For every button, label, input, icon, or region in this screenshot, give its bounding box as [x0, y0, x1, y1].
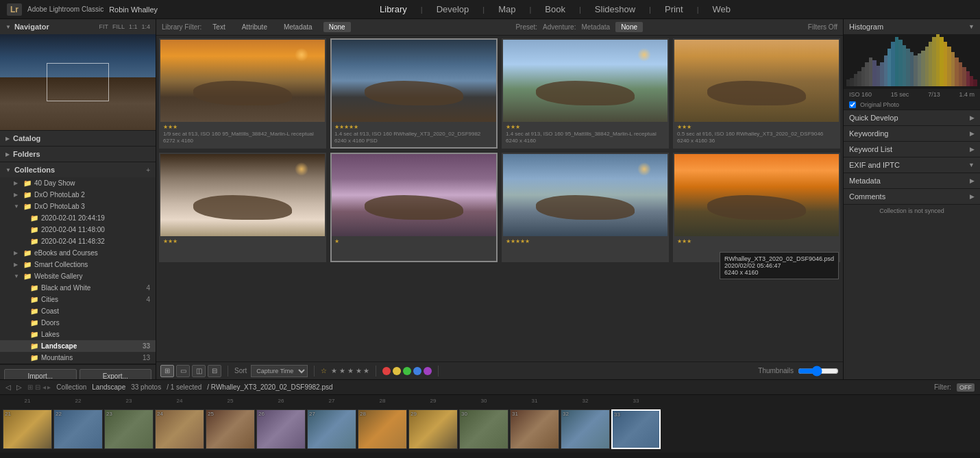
metadata-header[interactable]: Metadata ▶	[844, 173, 980, 188]
collections-header[interactable]: ▼ Collections +	[0, 162, 156, 177]
collection-item-coast[interactable]: 📁Coast	[0, 305, 156, 317]
nav-item-web[interactable]: Web	[710, 3, 734, 16]
collections-add[interactable]: +	[146, 166, 150, 174]
nav-item-slideshow[interactable]: Slideshow	[592, 3, 638, 16]
thumbnails-slider[interactable]	[798, 366, 839, 377]
color-yellow[interactable]	[393, 367, 401, 375]
collection-item-mountains[interactable]: 📁Mountains13	[0, 352, 156, 364]
collection-item-lakes[interactable]: 📁Lakes	[0, 329, 156, 340]
collection-item-landscape[interactable]: 📁Landscape33	[0, 340, 156, 352]
filmstrip-thumb-25[interactable]: 25	[206, 409, 255, 449]
photo-count: 33 photos	[131, 383, 161, 391]
ruler-num: 33	[611, 398, 661, 404]
photo-stars-2: ★★★★★	[334, 124, 493, 130]
filmstrip-thumb-33[interactable]: 33	[611, 409, 661, 449]
photo-stars-6: ★	[334, 238, 493, 244]
collection-item-website-gallery[interactable]: ▼📁Website Gallery	[0, 270, 156, 282]
filter-none[interactable]: None	[323, 22, 351, 32]
color-red[interactable]	[382, 367, 391, 375]
photo-cell-5[interactable]: ★★★	[159, 153, 326, 262]
collection-item-smart-collections[interactable]: ▶📁Smart Collections	[0, 259, 156, 270]
quick-develop-header[interactable]: Quick Develop ▶	[844, 110, 980, 125]
photo-cell-8[interactable]: ★★★	[673, 153, 840, 262]
filmstrip-thumb-29[interactable]: 29	[408, 409, 458, 449]
nav-item-print[interactable]: Print	[662, 3, 686, 16]
star-filter[interactable]: ☆	[321, 367, 327, 374]
photo-stars-7: ★★★★★	[506, 238, 665, 244]
sort-select[interactable]: Capture Time	[251, 365, 308, 377]
quick-develop-title: Quick Develop	[849, 114, 898, 122]
collection-item-doors[interactable]: 📁Doors	[0, 317, 156, 329]
collections-section: ▼ Collections + ▶📁40 Day Show▶📁DxO Photo…	[0, 162, 156, 364]
photo-cell-2[interactable]: ★★★★★1.4 sec at f/13, ISO 160 RWhalley_X…	[330, 38, 498, 149]
filmstrip-thumb-30[interactable]: 30	[459, 409, 509, 449]
collection-item-dxo-photolab-2[interactable]: ▶📁DxO PhotoLab 2	[0, 189, 156, 201]
photo-thumbnail-2	[332, 40, 496, 122]
collection-item-40-day-show[interactable]: ▶📁40 Day Show	[0, 177, 156, 189]
collection-item-black-and-white[interactable]: 📁Black and White4	[0, 282, 156, 294]
photo-cell-3[interactable]: ★★★1.4 sec at f/13, ISO 160 95_MattIlls_…	[502, 38, 669, 149]
collection-item-cities[interactable]: 📁Cities4	[0, 294, 156, 305]
histogram-header[interactable]: Histogram ▼	[844, 19, 980, 34]
photo-cell-1[interactable]: ★★★1/9 sec at f/13, ISO 160 95_MattIlls_…	[159, 38, 326, 149]
nav-item-develop[interactable]: Develop	[434, 3, 472, 16]
zoom-fill[interactable]: FILL	[112, 23, 125, 30]
zoom-1-1[interactable]: 1:1	[129, 23, 138, 30]
collection-item-dxo-photolab-3[interactable]: ▼📁DxO PhotoLab 3	[0, 201, 156, 212]
filmstrip-thumb-32[interactable]: 32	[561, 409, 610, 449]
filmstrip-thumb-28[interactable]: 28	[358, 409, 407, 449]
filmstrip-thumb-31[interactable]: 31	[510, 409, 559, 449]
filmstrip-thumb-27[interactable]: 27	[307, 409, 356, 449]
nav-item-book[interactable]: Book	[542, 3, 568, 16]
color-green[interactable]	[403, 367, 411, 375]
comments-arrow: ▶	[970, 193, 975, 200]
filter-metadata[interactable]: Metadata	[278, 22, 318, 32]
photo-info-4: ★★★0.5 sec at f/16, ISO 160 RWhalley_XT3…	[674, 122, 839, 147]
catalog-section: ▶ Catalog	[0, 131, 156, 147]
keywording-title: Keywording	[849, 129, 888, 138]
import-button[interactable]: Import...	[4, 369, 77, 379]
loupe-view-btn[interactable]: ▭	[176, 365, 190, 377]
filmstrip-thumb-22[interactable]: 22	[53, 409, 103, 449]
nav-item-map[interactable]: Map	[495, 3, 518, 16]
panel-toggle-right[interactable]: ▷	[16, 383, 22, 391]
nav-item-library[interactable]: Library	[377, 3, 410, 16]
collection-item-2020-02-04-11:48:32[interactable]: 📁2020-02-04 11:48:32	[0, 236, 156, 247]
comments-header[interactable]: Comments ▶	[844, 189, 980, 204]
filter-attribute[interactable]: Attribute	[236, 22, 273, 32]
folder-icon: 📁	[30, 354, 38, 361]
filter-text[interactable]: Text	[207, 22, 230, 32]
folders-header[interactable]: ▶ Folders	[0, 147, 156, 162]
grid-toolbar: ⊞ ▭ ◫ ⊟ Sort Capture Time ☆ ★ ★ ★ ★ ★	[156, 361, 843, 379]
export-button[interactable]: Export...	[79, 369, 152, 379]
collection-item-2020-02-01-20:44:19[interactable]: 📁2020-02-01 20:44:19	[0, 212, 156, 224]
panel-toggle-left[interactable]: ◁	[5, 383, 11, 391]
filmstrip-thumb-24[interactable]: 24	[155, 409, 204, 449]
histogram-title: Histogram	[849, 23, 883, 31]
filmstrip-thumb-23[interactable]: 23	[104, 409, 154, 449]
collection-item-2020-02-04-11:48:00[interactable]: 📁2020-02-04 11:48:00	[0, 224, 156, 236]
original-photo-check[interactable]	[849, 101, 856, 108]
photo-cell-4[interactable]: ★★★0.5 sec at f/16, ISO 160 RWhalley_XT3…	[673, 38, 840, 149]
filmstrip-thumb-26[interactable]: 26	[256, 409, 306, 449]
filter-status-value[interactable]: OFF	[957, 383, 975, 392]
grid-view-btn[interactable]: ⊞	[160, 365, 174, 377]
color-blue[interactable]	[413, 367, 421, 375]
filter-right-none[interactable]: None	[615, 22, 643, 32]
filmstrip-thumb-21[interactable]: 21	[3, 409, 52, 449]
catalog-header[interactable]: ▶ Catalog	[0, 131, 156, 146]
photo-cell-6[interactable]: ★	[330, 153, 498, 262]
exif-section: EXIF and IPTC ▼	[844, 157, 980, 173]
survey-view-btn[interactable]: ⊟	[208, 365, 221, 377]
navigator-header[interactable]: ▼ Navigator FIT FILL 1:1 1:4	[0, 19, 156, 34]
compare-view-btn[interactable]: ◫	[192, 365, 206, 377]
tree-arrow: ▶	[14, 180, 21, 186]
zoom-fit[interactable]: FIT	[99, 23, 108, 30]
color-purple[interactable]	[424, 367, 432, 375]
exif-header[interactable]: EXIF and IPTC ▼	[844, 157, 980, 173]
photo-cell-7[interactable]: ★★★★★	[502, 153, 669, 262]
keywording-header[interactable]: Keywording ▶	[844, 126, 980, 141]
zoom-1-4[interactable]: 1:4	[141, 23, 150, 30]
keyword-list-header[interactable]: Keyword List ▶	[844, 142, 980, 157]
collection-item-ebooks-and-courses[interactable]: ▶📁eBooks and Courses	[0, 247, 156, 259]
